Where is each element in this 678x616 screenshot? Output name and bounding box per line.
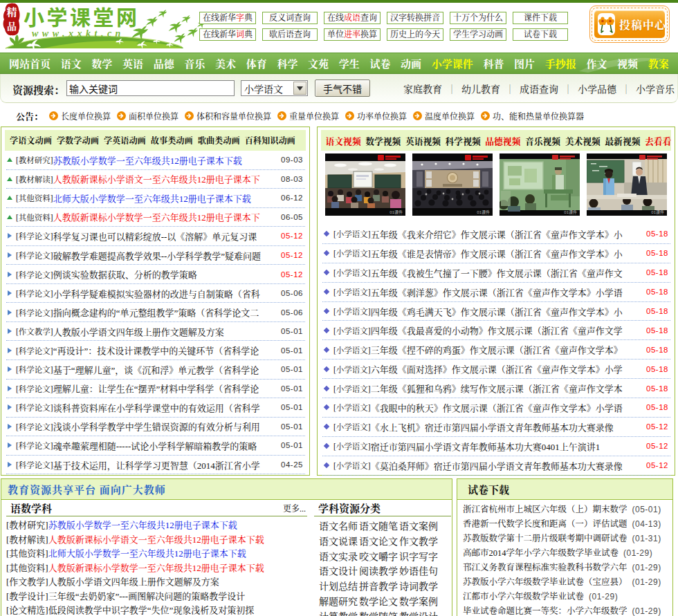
quick-link-10[interactable]: 历史上的今天 — [387, 28, 443, 41]
category-link-语文随笔[interactable]: 语文随笔 — [359, 519, 399, 534]
quick-link-5[interactable]: 十万个为什么 — [450, 12, 506, 24]
category-link-阅读教学[interactable]: 阅读教学 — [359, 564, 399, 579]
item-category[interactable]: [小学语文] — [333, 248, 371, 259]
item-title[interactable]: 《我眼中的秋天》作文展示课（浙江省《童声作文学本》小学语 — [371, 401, 623, 414]
item-title[interactable]: 人教版新课标小学语文一至六年级共12册电子课本下 — [53, 172, 260, 185]
nav-item-科普[interactable]: 科普 — [483, 56, 504, 71]
item-category[interactable]: [小学语文] — [333, 267, 371, 278]
item-category[interactable]: [科学论文] — [16, 269, 53, 280]
nav-item-作文[interactable]: 作文 — [586, 56, 607, 71]
nav-item-视频[interactable]: 视频 — [617, 56, 638, 71]
video-thumbnail-green-classroom[interactable]: 01课件 — [500, 153, 580, 216]
site-logo[interactable]: 精 品 小学课堂网 www.xxkt.cn — [0, 3, 208, 53]
item-category[interactable]: [小学语文] — [333, 440, 371, 451]
item-title[interactable]: 五年级《我被生气撞了一下腰》作文展示课（浙江省《童声作文 — [371, 266, 623, 279]
category-link-计算教学[interactable]: 计算教学 — [319, 610, 359, 616]
exam-item-title[interactable]: 高邮市2014学年小学六年级数学毕业试卷 — [463, 548, 619, 558]
tab-语文视频[interactable]: 语文视频 — [326, 134, 361, 147]
item-title[interactable]: 基于“理解儿童”，谈《沉和浮》单元教学（省科学论 — [53, 363, 259, 376]
item-title[interactable]: 五年级《我来介绍它》作文展示课（浙江省《童声作文学本》小 — [371, 227, 623, 241]
tab-英语视频[interactable]: 英语视频 — [405, 134, 441, 147]
item-title[interactable]: 六年级《面对选择》作文展示课（浙江省《童声作文学本》小学 — [371, 362, 623, 375]
category-link-语文实录[interactable]: 语文实录 — [319, 550, 359, 565]
quick-link-3[interactable]: 在线成语查询 — [324, 12, 381, 24]
item-category[interactable]: [小学语文] — [333, 402, 371, 413]
item-title[interactable]: 人教版小学语文四年级上册作文题解及方案 — [48, 577, 219, 587]
more-link[interactable]: 更多... — [283, 502, 306, 514]
item-category[interactable]: [小学语文] — [333, 383, 371, 394]
category-link-数学论文[interactable]: 数学论文 — [359, 595, 399, 610]
category-link-数学随笔[interactable]: 数学随笔 — [359, 610, 399, 616]
item-category[interactable]: [教材研究] — [6, 520, 48, 530]
announcement-link-功、能和热量单位换算器[interactable]: 功、能和热量单位换算器 — [481, 110, 584, 122]
quick-link-12[interactable]: 试卷下载 — [513, 28, 568, 41]
item-category[interactable]: [论文精选] — [6, 605, 48, 615]
nav-item-语文[interactable]: 语文 — [61, 56, 82, 71]
item-title[interactable]: 例谈实验数据获取、分析的教学策略 — [53, 268, 197, 281]
search-link-小学音乐[interactable]: 小学音乐 — [636, 82, 675, 95]
quick-link-6[interactable]: 课件下载 — [513, 12, 568, 24]
nav-item-科学[interactable]: 科学 — [277, 56, 297, 71]
category-link-语文案例[interactable]: 语文案例 — [399, 519, 439, 534]
category-link-计划总结[interactable]: 计划总结 — [319, 579, 359, 595]
nav-item-手抄报[interactable]: 手抄报 — [545, 56, 576, 71]
item-title[interactable]: 苏教版小学数学一至六年级共12册电子课本下载 — [48, 520, 237, 530]
item-category[interactable]: [小学语文] — [333, 286, 371, 297]
exam-item-title[interactable]: 江都市小学六年级数学毕业试卷 — [463, 592, 584, 601]
item-title[interactable]: 人教版新课标小学数学一至六年级共12册电子课本下 — [53, 210, 260, 223]
exam-item-title[interactable]: 毕业试卷命题比赛一等奖：小学六年级数学 — [463, 606, 627, 616]
category-link-数学案例[interactable]: 数学案例 — [399, 595, 439, 610]
video-thumbnail-teacher-classroom[interactable]: 01课件 — [587, 153, 667, 216]
nav-item-学生[interactable]: 学生 — [339, 56, 360, 71]
quick-link-8[interactable]: 歇后语查询 — [262, 28, 318, 41]
category-link-妙语佳句[interactable]: 妙语佳句 — [399, 564, 439, 579]
item-title[interactable]: 三年级《捏不碎的鸡蛋》作文展示课（浙江省《童声作文学本》 — [371, 343, 623, 356]
submit-center-button[interactable]: 投稿中心 — [589, 6, 670, 43]
item-category[interactable]: [科学论文] — [16, 440, 53, 451]
tab-歌曲类动画[interactable]: 歌曲类动画 — [198, 134, 240, 147]
category-link-拼音教学[interactable]: 拼音教学 — [359, 579, 399, 595]
item-title[interactable]: 五年级《谁是表情帝》作文展示课（浙江省《童声作文学本》小 — [371, 247, 623, 260]
item-category[interactable]: [科学论文] — [16, 383, 53, 394]
item-title[interactable]: “再设计”：技术设计课教学中的关键环节（省科学论 — [53, 344, 259, 357]
item-title[interactable]: 人教版新课标小学语文一至六年级共12册电子课本下载 — [48, 534, 264, 545]
nav-item-品德[interactable]: 品德 — [154, 56, 174, 71]
search-link-成语查询[interactable]: 成语查询 — [520, 82, 558, 95]
item-category[interactable]: [小学语文] — [333, 421, 371, 432]
item-category[interactable]: [其他资料] — [6, 548, 48, 559]
item-category[interactable]: [教材解读] — [6, 534, 48, 545]
announcement-link-温度单位换算[interactable]: 温度单位换算 — [413, 110, 475, 122]
item-category[interactable]: [教材研究] — [16, 154, 53, 165]
tab-美术视频[interactable]: 美术视频 — [565, 134, 601, 147]
nav-item-网站首页[interactable]: 网站首页 — [9, 56, 51, 71]
item-title[interactable]: 五年级《剥洋葱》作文展示课（浙江省《童声作文学本》小学语 — [371, 286, 623, 299]
item-category[interactable]: [其他资料] — [16, 192, 53, 203]
category-link-诗词教学[interactable]: 诗词教学 — [399, 579, 439, 595]
item-title[interactable]: 二年级《狐狸和乌鸦》续写作文展示课（浙江省《童声作文学本 — [371, 382, 623, 395]
tab-学语文动画[interactable]: 学语文动画 — [10, 134, 52, 147]
video-thumbnail-classroom-blackboard[interactable]: 01课件 — [325, 153, 405, 216]
item-category[interactable]: [科学论文] — [16, 307, 53, 318]
item-category[interactable]: [小学语文] — [333, 460, 371, 471]
category-link-语文论文[interactable]: 语文论文 — [359, 534, 399, 550]
announcement-link-面积单位换算[interactable]: 面积单位换算 — [117, 110, 178, 122]
lucky-search-button[interactable]: 手气不错 — [315, 80, 370, 97]
category-link-识字写字[interactable]: 识字写字 — [399, 550, 439, 565]
search-link-小学品德[interactable]: 小学品德 — [578, 82, 616, 95]
item-title[interactable]: 科学复习课也可以精彩绽放--以《溶解》单元复习课 — [53, 230, 257, 243]
nav-item-图片[interactable]: 图片 — [514, 56, 535, 71]
item-category[interactable]: [小学语文] — [333, 228, 371, 239]
category-select[interactable]: 小学语文 — [241, 80, 308, 96]
item-title[interactable]: 谈科普资料库在小学科学课堂中的有效运用（省科学 — [53, 401, 260, 414]
item-category[interactable]: [小学语文] — [333, 325, 371, 336]
item-category[interactable]: [小学语文] — [333, 344, 371, 355]
tab-学英语动画[interactable]: 学英语动画 — [104, 134, 146, 147]
item-title[interactable]: 四年级《我最喜爱的小动物》作文展示课（浙江省《童声作文学 — [371, 324, 623, 337]
item-title[interactable]: 《水上飞机》宿迁市第四届小学语文青年教师基本功大赛录像 — [371, 420, 614, 433]
exam-item-title[interactable]: 香港新一代数学长度和距离（一）评估试题 — [463, 519, 627, 529]
item-title[interactable]: 三年级“去奶奶家”---画图解决问题的策略教学设计 — [48, 591, 246, 601]
tab-品德视频[interactable]: 品德视频 — [485, 134, 520, 147]
item-title[interactable]: 小学科学疑难模拟实验器材的改进与自制策略（省科 — [53, 287, 260, 300]
tab-百科知识动画[interactable]: 百科知识动画 — [245, 134, 295, 147]
nav-item-数学[interactable]: 数学 — [91, 56, 112, 71]
